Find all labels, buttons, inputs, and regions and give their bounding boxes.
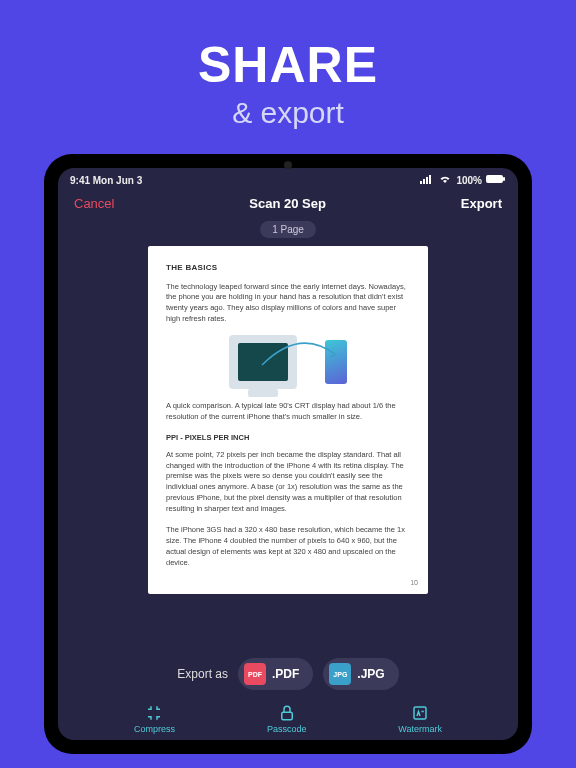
doc-heading-basics: THE BASICS bbox=[166, 262, 410, 274]
compress-label: Compress bbox=[134, 724, 175, 734]
export-format-row: Export as PDF .PDF JPG .JPG bbox=[58, 654, 518, 700]
passcode-label: Passcode bbox=[267, 724, 307, 734]
tablet-frame: 9:41 Mon Jun 3 100% Cancel Scan 20 Sep E… bbox=[44, 154, 532, 754]
export-as-label: Export as bbox=[177, 667, 228, 681]
compress-icon bbox=[145, 704, 163, 722]
promo-hero: SHARE & export bbox=[198, 0, 378, 146]
watermark-label: Watermark bbox=[398, 724, 442, 734]
nav-bar: Cancel Scan 20 Sep Export bbox=[58, 188, 518, 217]
svg-rect-0 bbox=[420, 181, 422, 184]
signal-icon bbox=[420, 174, 434, 186]
doc-paragraph: The iPhone 3GS had a 320 x 480 base reso… bbox=[166, 525, 410, 569]
hero-title: SHARE bbox=[198, 36, 378, 94]
document-page[interactable]: THE BASICS The technology leaped forward… bbox=[148, 246, 428, 594]
doc-paragraph: A quick comparison. A typical late 90's … bbox=[166, 401, 410, 423]
app-screen: 9:41 Mon Jun 3 100% Cancel Scan 20 Sep E… bbox=[58, 168, 518, 740]
export-pdf-button[interactable]: PDF .PDF bbox=[238, 658, 313, 690]
page-count-chip[interactable]: 1 Page bbox=[260, 221, 316, 238]
bottom-toolbar: Compress Passcode Watermark bbox=[58, 700, 518, 740]
svg-rect-4 bbox=[486, 175, 503, 183]
watermark-icon bbox=[411, 704, 429, 722]
compress-button[interactable]: Compress bbox=[134, 704, 175, 734]
battery-icon bbox=[486, 174, 506, 186]
doc-page-number: 10 bbox=[410, 578, 418, 588]
page-title: Scan 20 Sep bbox=[249, 196, 326, 211]
svg-rect-1 bbox=[423, 179, 425, 184]
hero-subtitle: & export bbox=[198, 96, 378, 130]
document-preview-area: THE BASICS The technology leaped forward… bbox=[58, 238, 518, 654]
smartphone-icon bbox=[325, 340, 347, 384]
battery-percent: 100% bbox=[456, 175, 482, 186]
doc-illustration bbox=[166, 335, 410, 389]
crt-monitor-icon bbox=[229, 335, 297, 389]
svg-rect-5 bbox=[503, 177, 505, 181]
status-right: 100% bbox=[420, 174, 506, 186]
export-button[interactable]: Export bbox=[461, 196, 502, 211]
svg-rect-6 bbox=[281, 712, 292, 720]
jpg-icon: JPG bbox=[329, 663, 351, 685]
tablet-camera bbox=[284, 161, 292, 169]
export-pdf-label: .PDF bbox=[272, 667, 299, 681]
doc-paragraph: The technology leaped forward since the … bbox=[166, 282, 410, 326]
pdf-icon: PDF bbox=[244, 663, 266, 685]
export-jpg-label: .JPG bbox=[357, 667, 384, 681]
passcode-button[interactable]: Passcode bbox=[267, 704, 307, 734]
svg-rect-2 bbox=[426, 177, 428, 184]
status-time: 9:41 Mon Jun 3 bbox=[70, 175, 142, 186]
status-bar: 9:41 Mon Jun 3 100% bbox=[58, 168, 518, 188]
export-jpg-button[interactable]: JPG .JPG bbox=[323, 658, 398, 690]
watermark-button[interactable]: Watermark bbox=[398, 704, 442, 734]
doc-heading-ppi: PPI - PIXELS PER INCH bbox=[166, 433, 410, 444]
wifi-icon bbox=[438, 174, 452, 186]
doc-paragraph: At some point, 72 pixels per inch became… bbox=[166, 450, 410, 515]
svg-rect-7 bbox=[414, 707, 426, 719]
svg-rect-3 bbox=[429, 175, 431, 184]
cancel-button[interactable]: Cancel bbox=[74, 196, 114, 211]
lock-icon bbox=[278, 704, 296, 722]
